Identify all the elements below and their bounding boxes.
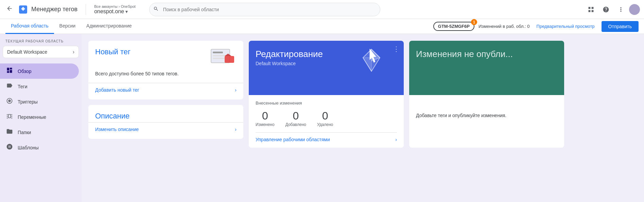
editing-card-menu-icon[interactable]: ⋮ <box>393 45 400 53</box>
nav-tabs: Рабочая область Версии Администрирование… <box>0 19 644 34</box>
sidebar-item-tags-label: Теги <box>18 84 27 89</box>
sidebar-item-folders-label: Папки <box>18 130 31 135</box>
help-icon-button[interactable] <box>599 3 613 16</box>
content-area: Новый тег Всего доступно более 50 типов … <box>82 34 644 202</box>
folders-icon <box>5 128 14 136</box>
changes-label: Внесенные изменения <box>256 100 397 106</box>
submit-button[interactable]: Отправить <box>602 21 639 32</box>
add-new-tag-link[interactable]: Добавить новый тег › <box>95 83 237 93</box>
desc-chevron-right-icon: › <box>235 127 237 132</box>
account-selector[interactable]: onespot.one ▾ <box>94 8 136 15</box>
sidebar-item-variables[interactable]: Переменные <box>0 109 79 125</box>
manage-workspaces-link[interactable]: Управление рабочими областями › <box>256 132 397 142</box>
not-published-header: Изменения не опубли... <box>409 41 564 95</box>
sidebar-item-templates-label: Шаблоны <box>18 145 39 150</box>
sidebar-item-overview-label: Обзор <box>18 69 31 74</box>
overview-icon <box>5 67 14 75</box>
chevron-right-icon: › <box>235 87 237 93</box>
new-tag-card-title: Новый тег <box>95 48 130 56</box>
topbar-divider <box>86 4 86 15</box>
user-avatar[interactable] <box>629 4 640 15</box>
breadcrumb: Все аккаунты › OneSpot onespot.one ▾ <box>89 4 141 15</box>
edit-description-link[interactable]: Изменить описание › <box>95 123 237 132</box>
sidebar-item-variables-label: Переменные <box>18 114 46 120</box>
workspace-selector[interactable]: Default Workspace › <box>3 46 79 58</box>
app-title: Менеджер тегов <box>31 6 77 13</box>
triggers-icon <box>5 97 14 106</box>
tags-icon <box>5 82 14 91</box>
svg-rect-4 <box>213 58 225 59</box>
description-card-title: Описание <box>95 112 237 121</box>
stat-deleted: 0 Удалено <box>317 110 333 127</box>
stat-deleted-label: Удалено <box>317 122 333 127</box>
account-name: onespot.one <box>94 8 124 15</box>
gtm-badge[interactable]: GTM-5ZMGF6P 1 <box>433 22 474 31</box>
sidebar: ТЕКУЩАЯ РАБОЧАЯ ОБЛАСТЬ Default Workspac… <box>0 34 82 202</box>
sidebar-item-folders[interactable]: Папки <box>0 125 79 140</box>
topbar: Менеджер тегов Все аккаунты › OneSpot on… <box>0 0 644 19</box>
templates-icon <box>5 143 14 152</box>
sidebar-item-overview[interactable]: Обзор <box>0 63 79 79</box>
preview-button[interactable]: Предварительный просмотр <box>534 24 597 29</box>
tab-versions[interactable]: Версии <box>54 19 81 34</box>
sidebar-item-triggers-label: Триггеры <box>18 99 38 105</box>
cursor-illustration <box>356 46 387 76</box>
svg-marker-9 <box>363 58 371 71</box>
nav-tabs-left: Рабочая область Версии Администрирование <box>5 19 433 34</box>
grid-icon-button[interactable] <box>584 3 598 16</box>
variables-icon <box>5 113 14 121</box>
description-card: Описание Изменить описание › <box>88 105 243 139</box>
topbar-actions <box>584 3 640 16</box>
search-input[interactable] <box>149 3 380 16</box>
gtm-badge-count: 1 <box>471 19 477 25</box>
workspace-chevron-icon: › <box>73 49 74 55</box>
account-chevron-icon: ▾ <box>125 9 128 14</box>
not-published-card: Изменения не опубли... Добавьте теги и о… <box>409 41 564 148</box>
more-options-icon-button[interactable] <box>614 3 628 16</box>
nav-tabs-right: GTM-5ZMGF6P 1 Изменений в раб. обл.: 0 П… <box>433 21 639 32</box>
stat-changed: 0 Изменено <box>256 110 275 127</box>
breadcrumb-top: Все аккаунты › OneSpot <box>94 4 136 8</box>
search-icon <box>153 6 159 13</box>
tab-admin[interactable]: Администрирование <box>81 19 137 34</box>
stat-added: 0 Добавлено <box>285 110 306 127</box>
stat-changed-value: 0 <box>262 110 268 122</box>
editing-card-body: Внесенные изменения 0 Изменено 0 Добавле… <box>249 95 404 148</box>
not-published-body: Добавьте теги и опубликуйте изменения. <box>409 95 564 136</box>
svg-rect-5 <box>225 56 234 63</box>
new-tag-card-desc: Всего доступно более 50 типов тегов. <box>95 71 237 77</box>
new-tag-card: Новый тег Всего доступно более 50 типов … <box>88 41 243 99</box>
app-logo <box>18 4 29 15</box>
sidebar-item-tags[interactable]: Теги <box>0 79 79 94</box>
main-layout: ТЕКУЩАЯ РАБОЧАЯ ОБЛАСТЬ Default Workspac… <box>0 34 644 202</box>
svg-rect-3 <box>213 55 226 56</box>
sidebar-item-templates[interactable]: Шаблоны <box>0 140 79 155</box>
tab-workspace[interactable]: Рабочая область <box>5 19 54 34</box>
stat-added-label: Добавлено <box>285 122 306 127</box>
stat-added-value: 0 <box>293 110 299 122</box>
stat-deleted-value: 0 <box>322 110 328 122</box>
editing-card-header: ⋮ Редактирование Default Workspace <box>249 41 404 95</box>
sidebar-item-triggers[interactable]: Триггеры <box>0 94 79 109</box>
tag-illustration <box>209 48 237 68</box>
not-published-title: Изменения не опубли... <box>416 49 513 59</box>
stat-changed-label: Изменено <box>256 122 275 127</box>
workspace-name: Default Workspace <box>7 49 47 55</box>
changes-count: Изменений в раб. обл.: 0 <box>478 24 530 29</box>
editing-card: ⋮ Редактирование Default Workspace Внесе… <box>249 41 404 148</box>
back-button[interactable] <box>4 3 15 16</box>
not-published-desc: Добавьте теги и опубликуйте изменения. <box>416 112 506 119</box>
gtm-badge-label: GTM-5ZMGF6P <box>433 22 474 31</box>
manage-ws-chevron-icon: › <box>395 137 397 142</box>
workspace-section-label: ТЕКУЩАЯ РАБОЧАЯ ОБЛАСТЬ <box>0 39 82 46</box>
svg-rect-2 <box>213 52 223 53</box>
cards-grid: Новый тег Всего доступно более 50 типов … <box>88 41 564 148</box>
search-container <box>149 3 380 16</box>
editing-stats: 0 Изменено 0 Добавлено 0 Удалено <box>256 110 397 127</box>
